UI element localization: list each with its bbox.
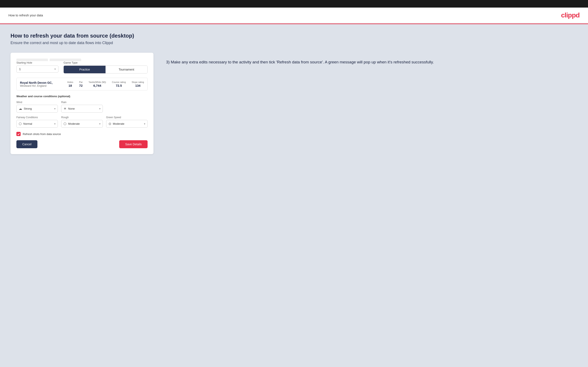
- yards-value: 6,744: [93, 84, 101, 87]
- save-details-button[interactable]: Save Details: [119, 140, 147, 148]
- fairway-label: Fairway Conditions: [16, 116, 58, 119]
- green-speed-group: Green Speed ⊙ Moderate ▾: [106, 116, 147, 128]
- header: How to refresh your data clippd: [0, 8, 588, 24]
- page-subheading: Ensure the correct and most up to date d…: [10, 41, 578, 45]
- tournament-button[interactable]: Tournament: [105, 66, 147, 73]
- course-row: Royal North Devon GC, Westward Ho!, Engl…: [16, 78, 147, 91]
- starting-hole-label: Starting Hole: [16, 61, 59, 64]
- wind-icon: ☁: [19, 107, 22, 111]
- wind-select[interactable]: ☁ Strong ▾: [16, 105, 58, 113]
- instruction-text: 3) Make any extra edits necessary to the…: [166, 59, 578, 65]
- green-speed-icon: ⊙: [108, 122, 111, 126]
- rough-group: Rough ⬡ Moderate ▾: [61, 116, 103, 128]
- slope-rating-value: 134: [135, 84, 140, 87]
- green-speed-label: Green Speed: [106, 116, 147, 119]
- slope-rating-stat: Slope rating 134: [132, 81, 144, 87]
- weather-section-title: Weather and course conditions (optional): [16, 95, 147, 98]
- top-bar: [0, 0, 588, 8]
- wind-chevron: ▾: [54, 107, 55, 110]
- yards-label: Yards(White (M)): [88, 81, 106, 83]
- rain-chevron: ▾: [99, 107, 101, 110]
- course-info: Royal North Devon GC, Westward Ho!, Engl…: [20, 81, 52, 87]
- main-content: How to refresh your data from source (de…: [0, 24, 588, 367]
- rough-select[interactable]: ⬡ Moderate ▾: [61, 120, 103, 128]
- par-label: Par: [79, 81, 83, 83]
- partial-tab-2: [50, 58, 81, 61]
- green-speed-chevron: ▾: [144, 122, 145, 125]
- rough-label: Rough: [61, 116, 103, 119]
- starting-hole-select[interactable]: 1 ▾: [16, 66, 59, 73]
- rain-icon: ☀: [63, 107, 66, 111]
- fairway-icon: ⬡: [19, 122, 22, 126]
- wind-group: Wind ☁ Strong ▾: [16, 101, 58, 113]
- refresh-checkbox-label: Refresh shots from data source: [23, 133, 61, 136]
- par-value: 72: [79, 84, 83, 87]
- refresh-checkbox[interactable]: [16, 132, 21, 136]
- course-rating-stat: Course rating 72.5: [112, 81, 126, 87]
- game-type-group: Game Type Practice Tournament: [63, 61, 147, 74]
- wind-label: Wind: [16, 101, 58, 104]
- rain-select[interactable]: ☀ None ▾: [61, 105, 103, 113]
- course-rating-label: Course rating: [112, 81, 126, 83]
- course-rating-value: 72.5: [116, 84, 122, 87]
- page-heading: How to refresh your data from source (de…: [10, 33, 578, 39]
- button-row: Cancel Save Details: [16, 140, 147, 148]
- partial-tabs: [16, 58, 147, 61]
- practice-button[interactable]: Practice: [64, 66, 105, 73]
- rain-label: Rain: [61, 101, 103, 104]
- rough-chevron: ▾: [99, 122, 101, 125]
- holes-label: Holes: [67, 81, 73, 83]
- logo: clippd: [561, 11, 579, 19]
- starting-hole-group: Starting Hole 1 ▾: [16, 61, 59, 74]
- starting-game-row: Starting Hole 1 ▾ Game Type Practice Tou…: [16, 61, 147, 74]
- yards-stat: Yards(White (M)) 6,744: [88, 81, 106, 87]
- empty-group: [106, 101, 147, 113]
- content-row: Starting Hole 1 ▾ Game Type Practice Tou…: [10, 53, 578, 154]
- game-type-buttons: Practice Tournament: [63, 66, 147, 74]
- course-stats: Holes 18 Par 72 Yards(White (M)) 6,744 C…: [67, 81, 144, 87]
- starting-hole-value: 1: [19, 67, 54, 71]
- conditions-row: Fairway Conditions ⬡ Normal ▾ Rough ⬡ Mo…: [16, 116, 147, 128]
- header-title: How to refresh your data: [9, 13, 43, 17]
- slope-rating-label: Slope rating: [132, 81, 144, 83]
- rough-icon: ⬡: [63, 122, 66, 126]
- course-name: Royal North Devon GC,: [20, 81, 52, 84]
- par-stat: Par 72: [79, 81, 83, 87]
- wind-value: Strong: [24, 107, 54, 110]
- partial-tab-1: [16, 58, 48, 61]
- form-panel: Starting Hole 1 ▾ Game Type Practice Tou…: [10, 53, 154, 154]
- holes-value: 18: [69, 84, 72, 87]
- fairway-group: Fairway Conditions ⬡ Normal ▾: [16, 116, 58, 128]
- starting-hole-chevron: ▾: [54, 68, 56, 71]
- fairway-chevron: ▾: [54, 122, 55, 125]
- holes-stat: Holes 18: [67, 81, 73, 87]
- fairway-value: Normal: [23, 122, 54, 125]
- weather-row: Wind ☁ Strong ▾ Rain ☀ None ▾: [16, 101, 147, 113]
- fairway-select[interactable]: ⬡ Normal ▾: [16, 120, 58, 128]
- rain-value: None: [68, 107, 99, 110]
- rain-group: Rain ☀ None ▾: [61, 101, 103, 113]
- right-panel: 3) Make any extra edits necessary to the…: [166, 53, 578, 65]
- course-location: Westward Ho!, England: [20, 84, 52, 87]
- cancel-button[interactable]: Cancel: [16, 140, 37, 148]
- refresh-checkbox-row: Refresh shots from data source: [16, 132, 147, 136]
- game-type-label: Game Type: [63, 61, 147, 64]
- green-speed-value: Moderate: [113, 122, 144, 125]
- green-speed-select[interactable]: ⊙ Moderate ▾: [106, 120, 147, 128]
- rough-value: Moderate: [68, 122, 99, 125]
